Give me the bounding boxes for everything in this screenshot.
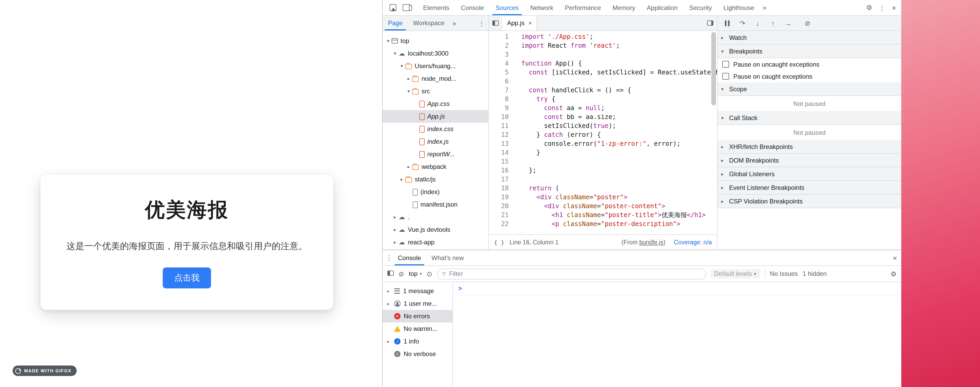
line-number[interactable]: 17	[489, 175, 514, 184]
line-number[interactable]: 19	[489, 193, 514, 202]
tab-performance[interactable]: Performance	[559, 0, 606, 15]
console-filter-no-verbose[interactable]: iNo verbose	[383, 348, 452, 360]
console-filter-1-message[interactable]: ▸1 message	[383, 285, 452, 297]
line-number[interactable]: 15	[489, 157, 514, 166]
disclosure-closed-icon[interactable]: ▸	[386, 289, 391, 293]
console-filter-1-user-me[interactable]: ▸1 user me...	[383, 297, 452, 310]
tree-item-manifest-json[interactable]: manifest.json	[383, 198, 488, 211]
tab-memory[interactable]: Memory	[607, 0, 641, 15]
disclosure-open-icon[interactable]: ▾	[398, 63, 405, 69]
more-navigator-tabs-button[interactable]: »	[450, 19, 459, 27]
settings-gear-icon[interactable]: ⚙	[866, 4, 872, 11]
coverage-link[interactable]: Coverage: n/a	[674, 239, 712, 246]
line-number[interactable]: 22	[489, 220, 514, 228]
console-filter-input[interactable]: ▽ Filter	[437, 268, 706, 279]
step-button[interactable]: →	[781, 19, 796, 27]
tree-item-static-js[interactable]: ▸static/js	[383, 173, 488, 186]
tab-network[interactable]: Network	[524, 0, 559, 15]
close-devtools-icon[interactable]: ×	[892, 3, 896, 12]
console-sidebar-toggle-button[interactable]	[387, 270, 394, 278]
tree-item-node-mod[interactable]: ▸node_mod...	[383, 72, 488, 85]
console-messages-area[interactable]: >	[453, 282, 901, 387]
device-toolbar-button[interactable]	[399, 4, 413, 11]
section-xhr-fetch-breakpoints[interactable]: ▸XHR/fetch Breakpoints	[718, 140, 901, 154]
section-csp-violation-breakpoints[interactable]: ▸CSP Violation Breakpoints	[718, 195, 901, 208]
tree-item-item[interactable]: ▸☁.	[383, 211, 488, 224]
close-tab-icon[interactable]: ×	[528, 19, 532, 27]
line-number[interactable]: 12	[489, 130, 514, 140]
editor-scrollbar[interactable]	[711, 32, 716, 105]
section-scope[interactable]: ▾Scope	[718, 82, 901, 96]
code-editor[interactable]: 1import './App.css';2import React from '…	[489, 31, 717, 235]
no-issues-label[interactable]: No Issues	[770, 270, 798, 278]
pretty-print-icon[interactable]: { }	[494, 239, 504, 246]
line-number[interactable]: 6	[489, 77, 514, 86]
section-dom-breakpoints[interactable]: ▸DOM Breakpoints	[718, 154, 901, 167]
tab-sources[interactable]: Sources	[490, 0, 524, 15]
console-prompt-row[interactable]: >	[453, 282, 901, 295]
toggle-debugger-sidebar-button[interactable]	[703, 16, 717, 30]
disclosure-closed-icon[interactable]: ▸	[386, 339, 391, 344]
disclosure-closed-icon[interactable]: ▸	[391, 214, 398, 220]
gifox-badge[interactable]: MADE WITH GIFOX	[13, 365, 76, 376]
line-number[interactable]: 20	[489, 202, 514, 211]
console-filter-no-warnin[interactable]: !No warnin...	[383, 322, 452, 335]
section-breakpoints[interactable]: ▾Breakpoints	[718, 44, 901, 58]
inspect-element-button[interactable]	[386, 4, 399, 11]
console-filter-no-errors[interactable]: ✕No errors	[383, 310, 452, 322]
log-levels-dropdown[interactable]: Default levels ▾	[710, 269, 760, 278]
hidden-messages-label[interactable]: 1 hidden	[803, 270, 827, 278]
tree-item-vue-js-devtools[interactable]: ▸☁Vue.js devtools	[383, 224, 488, 236]
line-number[interactable]: 7	[489, 86, 514, 95]
tab-page[interactable]: Page	[383, 16, 408, 30]
disclosure-closed-icon[interactable]: ▸	[391, 239, 398, 245]
disclosure-closed-icon[interactable]: ▸	[386, 301, 391, 306]
line-number[interactable]: 5	[489, 68, 514, 77]
disclosure-open-icon[interactable]: ▾	[391, 51, 398, 56]
context-selector[interactable]: top ▾	[409, 270, 422, 278]
step-out-button[interactable]: ↑	[765, 19, 781, 27]
pause-on-uncaught-exceptions-checkbox[interactable]	[722, 61, 729, 68]
section-watch[interactable]: ▸Watch	[718, 31, 901, 44]
line-number[interactable]: 14	[489, 148, 514, 157]
console-settings-icon[interactable]: ⚙	[891, 270, 897, 278]
line-number[interactable]: 10	[489, 113, 514, 122]
tab-console-drawer[interactable]: Console	[393, 250, 426, 265]
console-filter-1-info[interactable]: ▸i1 info	[383, 335, 452, 348]
line-number[interactable]: 1	[489, 33, 514, 41]
pause-on-caught-exceptions-checkbox[interactable]	[722, 73, 729, 80]
clear-console-button[interactable]: ⊘	[398, 270, 404, 278]
section-call-stack[interactable]: ▾Call Stack	[718, 111, 901, 125]
tree-item-src[interactable]: ▾src	[383, 85, 488, 98]
section-event-listener-breakpoints[interactable]: ▸Event Listener Breakpoints	[718, 181, 901, 195]
tree-item-index-js[interactable]: index.js	[383, 135, 488, 148]
bundle-link[interactable]: bundle.js	[640, 239, 663, 246]
tree-item-reportw[interactable]: reportW...	[383, 148, 488, 160]
line-number[interactable]: 16	[489, 166, 514, 175]
tree-item-localhost-3000[interactable]: ▾☁localhost:3000	[383, 47, 488, 60]
step-over-button[interactable]: ↷	[735, 19, 750, 27]
tab-elements[interactable]: Elements	[417, 0, 455, 15]
live-expression-button[interactable]: ⊙	[426, 270, 432, 278]
disclosure-open-icon[interactable]: ▾	[405, 89, 412, 94]
toggle-navigator-button[interactable]	[489, 16, 502, 30]
tab-workspace[interactable]: Workspace	[408, 16, 450, 30]
line-number[interactable]: 21	[489, 211, 514, 220]
tree-item-top[interactable]: ▾top	[383, 35, 488, 47]
section-global-listeners[interactable]: ▸Global Listeners	[718, 167, 901, 181]
drawer-menu-icon[interactable]: ⋮	[386, 254, 393, 262]
disclosure-closed-icon[interactable]: ▸	[391, 227, 398, 232]
tab-whats-new[interactable]: What's new	[426, 250, 469, 265]
line-number[interactable]: 3	[489, 50, 514, 59]
poster-cta-button[interactable]: 点击我	[163, 267, 211, 289]
tree-item-react-app[interactable]: ▸☁react-app	[383, 236, 488, 249]
line-number[interactable]: 9	[489, 104, 514, 113]
disclosure-closed-icon[interactable]: ▸	[398, 177, 405, 182]
more-panels-button[interactable]: »	[760, 4, 769, 11]
step-into-button[interactable]: ↓	[750, 19, 765, 27]
navigator-menu-icon[interactable]: ⋮	[478, 19, 485, 27]
tree-item-users-huang[interactable]: ▾Users/huang...	[383, 60, 488, 72]
close-drawer-icon[interactable]: ×	[893, 254, 897, 262]
disclosure-closed-icon[interactable]: ▸	[405, 76, 412, 81]
tree-item-index-css[interactable]: index.css	[383, 123, 488, 135]
